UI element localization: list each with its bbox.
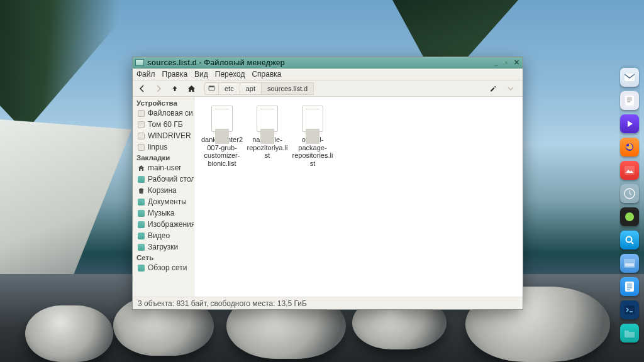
dock-search-icon[interactable] bbox=[620, 231, 639, 250]
svg-point-5 bbox=[626, 237, 632, 243]
sidebar-item-label: WINDRIVER bbox=[148, 131, 191, 140]
sidebar: УстройстваФайловая си...Том 60 ГБWINDRIV… bbox=[133, 97, 194, 297]
svg-rect-8 bbox=[625, 282, 634, 292]
titlebar[interactable]: sources.list.d - Файловый менеджер _ ▫ ✕ bbox=[133, 57, 523, 69]
menu-правка[interactable]: Правка bbox=[162, 70, 188, 79]
wallpaper-trees-left bbox=[0, 0, 138, 132]
file-icon bbox=[302, 106, 323, 132]
up-button[interactable] bbox=[168, 82, 182, 95]
folder-icon bbox=[138, 265, 145, 272]
dock-show-desktop-icon[interactable] bbox=[620, 254, 639, 273]
path-etc[interactable]: etc bbox=[218, 82, 240, 95]
svg-rect-9 bbox=[625, 305, 635, 314]
toolbar: etc apt sources.list.d bbox=[133, 80, 523, 97]
file-item[interactable]: danielrichter2007-grub-customizer-bionic… bbox=[199, 104, 245, 169]
dock-clock-icon[interactable] bbox=[620, 184, 639, 203]
file-icon bbox=[211, 106, 233, 132]
sidebar-item-label: linpus bbox=[148, 143, 167, 151]
sidebar-item-label: main-user bbox=[148, 163, 181, 172]
folder-icon bbox=[138, 176, 145, 183]
sidebar-item-label: Рабочий стол bbox=[148, 175, 194, 184]
sidebar-item[interactable]: Том 60 ГБ bbox=[133, 119, 194, 130]
folder-icon bbox=[138, 233, 145, 239]
menubar: ФайлПравкаВидПереходСправка bbox=[133, 69, 523, 80]
sidebar-item-label: Том 60 ГБ bbox=[148, 120, 183, 129]
svg-rect-3 bbox=[625, 166, 635, 175]
view-menu-button[interactable] bbox=[504, 82, 518, 95]
file-content-pane[interactable]: danielrichter2007-grub-customizer-bionic… bbox=[194, 97, 523, 297]
home-icon bbox=[138, 165, 145, 172]
dock-media-icon[interactable] bbox=[620, 114, 639, 133]
back-button[interactable] bbox=[135, 82, 149, 95]
path-breadcrumb: etc apt sources.list.d bbox=[204, 82, 484, 95]
close-button[interactable]: ✕ bbox=[513, 59, 520, 67]
menu-файл[interactable]: Файл bbox=[136, 70, 155, 79]
folder-icon bbox=[138, 210, 145, 217]
svg-rect-10 bbox=[209, 87, 214, 90]
sidebar-item[interactable]: main-user bbox=[133, 162, 194, 173]
forward-button[interactable] bbox=[152, 82, 165, 95]
menu-вид[interactable]: Вид bbox=[194, 70, 208, 79]
sidebar-item[interactable]: WINDRIVER bbox=[133, 130, 194, 141]
svg-rect-0 bbox=[625, 74, 635, 81]
sidebar-item-label: Документы bbox=[148, 197, 187, 206]
sidebar-item-label: Файловая си... bbox=[148, 109, 194, 118]
path-apt[interactable]: apt bbox=[240, 82, 261, 95]
dock-document-icon[interactable] bbox=[620, 277, 639, 296]
sidebar-item[interactable]: linpus bbox=[133, 141, 194, 153]
sidebar-item[interactable]: Изображения bbox=[133, 219, 194, 230]
sidebar-item-label: Музыка bbox=[148, 209, 174, 217]
dock-firefox-icon[interactable] bbox=[620, 138, 639, 156]
sidebar-item[interactable]: Загрузки bbox=[133, 241, 194, 253]
minimize-button[interactable]: _ bbox=[492, 59, 500, 67]
svg-rect-7 bbox=[625, 263, 634, 266]
path-root-icon[interactable] bbox=[204, 82, 218, 95]
desktop: sources.list.d - Файловый менеджер _ ▫ ✕… bbox=[0, 0, 644, 362]
status-text: 3 объекта: 831 байт, свободного места: 1… bbox=[138, 299, 307, 308]
maximize-button[interactable]: ▫ bbox=[502, 59, 510, 67]
sidebar-item[interactable]: Обзор сети bbox=[133, 262, 194, 273]
dock-photos-icon[interactable] bbox=[620, 161, 639, 180]
sidebar-item[interactable]: Музыка bbox=[133, 207, 194, 219]
sidebar-item-label: Загрузки bbox=[148, 243, 178, 251]
file-item[interactable]: official-package-repositories.list bbox=[290, 104, 335, 169]
dock-files-icon[interactable] bbox=[620, 324, 639, 343]
window-icon bbox=[135, 59, 144, 66]
disk-icon bbox=[138, 121, 145, 128]
sidebar-item-label: Изображения bbox=[148, 220, 194, 229]
dock-power-icon[interactable] bbox=[620, 207, 639, 226]
disk-icon bbox=[138, 133, 145, 140]
sidebar-item[interactable]: Рабочий стол bbox=[133, 173, 194, 185]
file-icon bbox=[257, 106, 278, 132]
folder-icon bbox=[138, 199, 145, 206]
sidebar-group: Устройства bbox=[133, 98, 194, 107]
dock-terminal-icon[interactable] bbox=[620, 300, 639, 319]
menu-переход[interactable]: Переход bbox=[215, 70, 245, 79]
sidebar-item-label: Обзор сети bbox=[148, 263, 187, 272]
sidebar-item[interactable]: Файловая си... bbox=[133, 107, 194, 119]
file-label: nazvanie-repozitoriya.list bbox=[246, 136, 289, 160]
file-label: official-package-repositories.list bbox=[291, 136, 334, 168]
dock-text-icon[interactable] bbox=[620, 91, 639, 110]
disk-icon bbox=[138, 110, 145, 117]
svg-rect-1 bbox=[625, 96, 634, 106]
sidebar-item-label: Корзина bbox=[148, 186, 177, 195]
statusbar: 3 объекта: 831 байт, свободного места: 1… bbox=[133, 297, 523, 309]
path-current[interactable]: sources.list.d bbox=[261, 82, 314, 95]
trash-icon bbox=[138, 187, 145, 194]
sidebar-group: Сеть bbox=[133, 253, 194, 262]
menu-справка[interactable]: Справка bbox=[252, 70, 281, 79]
disk-icon bbox=[138, 144, 145, 151]
dock-mail-icon[interactable] bbox=[620, 68, 639, 87]
home-button[interactable] bbox=[184, 82, 198, 95]
sidebar-item[interactable]: Корзина bbox=[133, 185, 194, 196]
sidebar-item[interactable]: Документы bbox=[133, 196, 194, 207]
folder-icon bbox=[138, 221, 145, 228]
file-manager-window: sources.list.d - Файловый менеджер _ ▫ ✕… bbox=[132, 57, 523, 310]
edit-path-button[interactable] bbox=[486, 82, 500, 95]
window-title: sources.list.d - Файловый менеджер bbox=[147, 58, 490, 67]
file-label: danielrichter2007-grub-customizer-bionic… bbox=[201, 136, 243, 168]
sidebar-item[interactable]: Видео bbox=[133, 230, 194, 241]
dock bbox=[619, 65, 640, 345]
file-item[interactable]: nazvanie-repozitoriya.list bbox=[245, 104, 290, 161]
